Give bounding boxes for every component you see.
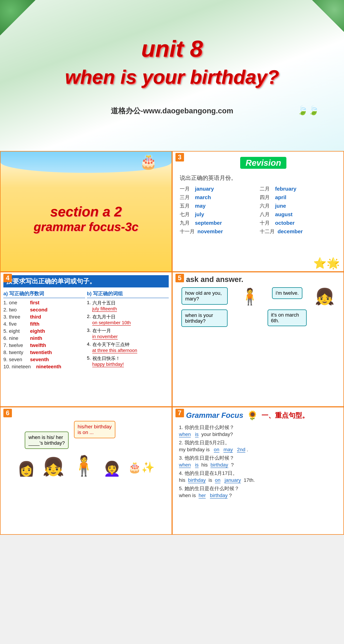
ordinal-num-10: 10. nineteen [4, 364, 31, 370]
section-b: b) 写正确的词组 1. 六月十五日 july fifteenth 2. 在九月… [87, 290, 169, 371]
question-text-1: how old are you, mary? [185, 290, 222, 302]
slide6-dialog: when is his/ her ____'s birthday? his/he… [14, 421, 169, 449]
phrase-cn-4: 在今天下午三点钟 [93, 342, 129, 348]
slide1: unit 8 when is your birthday? 道格办公-www.d… [0, 0, 344, 151]
phrase-num-5: 5. [87, 355, 91, 362]
month-row-8: 八月 august [260, 211, 340, 218]
grammar-en-1: when is your birthday? [179, 432, 341, 437]
phrase-en-2: on september 10th [92, 320, 131, 326]
slide4-header: 按要求写出正确的单词或句子。 [4, 275, 169, 288]
underline-january: january [224, 477, 241, 483]
month-en-december: december [277, 228, 303, 234]
ordinal-word-5: eighth [30, 328, 45, 334]
ordinal-8: 8. twenty twentieth [4, 350, 85, 355]
underline-may: may [223, 447, 233, 453]
month-cn-1: 一月 [180, 186, 192, 192]
answer-bubble-1: i'm twelve. [272, 287, 302, 299]
slide4-content: a) 写正确的序数词 1. one first 2. two second 3.… [4, 290, 169, 371]
ordinal-word-9: seventh [30, 357, 49, 362]
ordinal-6: 6. nine ninth [4, 336, 85, 341]
birthday-answer: his/her birthday is on ... [74, 421, 115, 438]
phrase-en-1: july fifteenth [92, 306, 117, 312]
ordinal-word-8: twentieth [30, 350, 52, 355]
ordinal-num-1: 1. one [4, 300, 25, 306]
ordinal-num-4: 4. five [4, 321, 25, 327]
month-row-6: 六月 june [260, 202, 340, 209]
month-en-july: july [195, 212, 204, 218]
month-cn-10: 十月 [260, 220, 272, 226]
month-en-september: september [195, 220, 222, 226]
ordinal-1: 1. one first [4, 300, 85, 306]
ordinal-3: 3. three third [4, 314, 85, 320]
answer-line1: his/her birthday [78, 424, 112, 430]
slide4: 4 按要求写出正确的单词或句子。 a) 写正确的序数词 1. one first… [0, 272, 172, 407]
grammar-en-3: when is his birthday ? [179, 462, 341, 468]
phrase-en-5: happy birthday! [92, 362, 124, 367]
question-line2: ____'s birthday? [29, 440, 65, 446]
leaf-decoration-tr [312, 0, 344, 32]
month-en-april: april [275, 194, 286, 200]
leaf-decoration-right: 🍃🍃 [297, 105, 319, 116]
month-en-june: june [275, 203, 286, 209]
grammar-title: Grammar Focus [186, 411, 243, 420]
cake-decoration: 🎂✨ [128, 461, 155, 474]
phrase-4: 4. 在今天下午三点钟 at three this afternoon [87, 342, 169, 353]
section-a: a) 写正确的序数词 1. one first 2. two second 3.… [4, 290, 85, 371]
slide2-title1: section a 2 [50, 204, 122, 220]
month-row-10: 十月 october [260, 220, 340, 226]
month-row-11: 十一月 november [180, 228, 260, 235]
leaf-decoration-tl [0, 0, 36, 36]
answer-line2: is on ... [78, 430, 112, 435]
slide1-title: unit 8 [141, 35, 203, 62]
ordinal-10: 10. nineteen nineteenth [4, 364, 85, 370]
phrase-en-4: at three this afternoon [92, 348, 137, 353]
ordinal-word-10: nineteenth [36, 364, 61, 370]
grammar-cn-3: 3. 他的生日是什么时候？ [179, 454, 341, 461]
month-cn-5: 五月 [180, 202, 192, 209]
phrase-num-3: 3. [87, 328, 91, 334]
question-bubble-1: how old are you, mary? [182, 287, 228, 305]
slide7-number: 7 [175, 409, 184, 417]
figure-2: 👧 [42, 456, 65, 477]
phrase-num-1: 1. [87, 300, 91, 306]
grammar-en-2: my birthday is on may 2nd . [179, 447, 341, 452]
phrase-num-4: 4. [87, 342, 91, 348]
slide2-title2: grammar focus-3c [34, 220, 139, 234]
dialog-row-1: how old are you, mary? 🧍 i'm twelve. 👧 [175, 287, 341, 306]
website-label: 道格办公-www.daogebangong.com [111, 106, 233, 116]
ordinal-word-2: second [30, 307, 48, 313]
month-en-january: january [195, 186, 214, 192]
month-cn-3: 三月 [180, 194, 192, 201]
grammar-cn-4: 4. 他的生日是在1月17日。 [179, 470, 341, 477]
month-en-february: february [275, 186, 296, 192]
grammar-en-5: when is her birthday ? [179, 493, 341, 498]
month-cn-9: 九月 [180, 220, 192, 226]
month-row-3: 三月 march [180, 194, 260, 201]
month-row-4: 四月 april [260, 194, 340, 201]
birthday-question: when is his/ her ____'s birthday? [25, 432, 69, 449]
underline-when: when [179, 432, 191, 438]
slide6-scene: 👩 👧 🧍 👩‍🦱 🎂✨ [4, 454, 169, 477]
ordinal-num-6: 6. nine [4, 336, 25, 341]
month-en-march: march [195, 194, 211, 200]
dialog-row-2: when is your birthday? it's on march 6th… [175, 310, 341, 327]
month-cn-6: 六月 [260, 202, 272, 209]
cake-icon: 🎂 [140, 153, 157, 170]
month-cn-8: 八月 [260, 211, 272, 218]
grammar-header: Grammar Focus 🌻 一、重点句型。 [186, 410, 341, 420]
underline-birthday-1: birthday [210, 462, 228, 468]
ordinal-7: 7. twelve twelfth [4, 342, 85, 348]
ordinal-num-5: 5. eight [4, 328, 25, 334]
slide3: 3 Revision 说出正确的英语月份。 一月 january 二月 febr… [172, 151, 344, 272]
ordinal-4: 4. five fifth [4, 321, 85, 327]
slide7: 7 Grammar Focus 🌻 一、重点句型。 1. 你的生日是什么时候？ … [172, 407, 344, 535]
ordinal-word-6: ninth [30, 336, 42, 341]
phrase-5: 5. 祝生日快乐！ happy birthday! [87, 355, 169, 367]
underline-birthday-3: birthday [210, 493, 228, 498]
underline-birthday-2: birthday [188, 477, 206, 483]
phrase-cn-5: 祝生日快乐！ [93, 355, 120, 362]
slide1-subtitle: when is your birthday? [65, 66, 279, 88]
phrase-2: 2. 在九月十日 on september 10th [87, 314, 169, 326]
phrase-en-3: in november [92, 334, 118, 340]
answer-text-1: i'm twelve. [276, 290, 299, 296]
